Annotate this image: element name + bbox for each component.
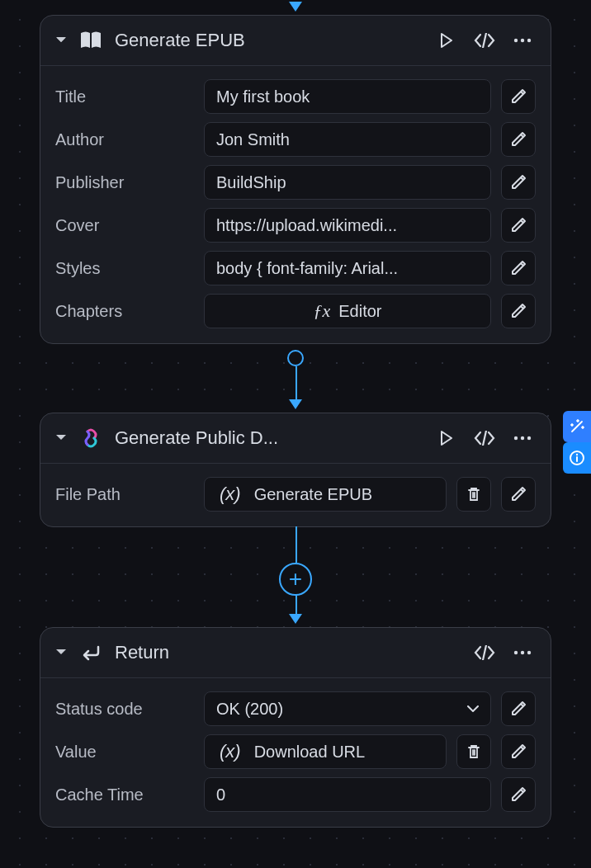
svg-point-7 — [521, 651, 524, 654]
connector-line — [296, 526, 297, 563]
node-header: Generate Public D... — [40, 413, 551, 463]
node-header: Generate EPUB — [40, 16, 551, 65]
connector-arrow-top — [289, 2, 302, 12]
connector-arrow — [289, 614, 302, 624]
field-row-title: Title My first book — [55, 79, 536, 114]
field-row-publisher: Publisher BuildShip — [55, 165, 536, 200]
field-value-styles[interactable]: body { font-family: Arial... — [204, 251, 491, 285]
field-label: Publisher — [55, 173, 194, 192]
run-button[interactable] — [433, 27, 460, 54]
field-label: Title — [55, 87, 194, 106]
collapse-caret[interactable] — [55, 649, 67, 656]
field-row-styles: Styles body { font-family: Arial... — [55, 251, 536, 285]
book-icon — [78, 28, 103, 53]
field-row-author: Author Jon Smith — [55, 122, 536, 157]
connector-handle[interactable] — [287, 350, 304, 366]
variable-icon: (x) — [220, 741, 241, 762]
edit-button[interactable] — [501, 208, 536, 243]
variable-name: Download URL — [254, 743, 366, 762]
return-icon — [78, 640, 103, 665]
node-title: Generate EPUB — [115, 30, 422, 51]
code-button[interactable] — [471, 27, 498, 54]
editor-button[interactable]: ƒx Editor — [204, 294, 491, 328]
side-toolbar — [563, 411, 591, 474]
field-label: Cache Time — [55, 785, 194, 804]
divider — [40, 65, 551, 66]
fx-icon: ƒx — [313, 300, 330, 322]
collapse-caret[interactable] — [55, 435, 67, 441]
edit-button[interactable] — [501, 691, 536, 726]
field-value-cachetime[interactable]: 0 — [204, 777, 491, 812]
field-label: Chapters — [55, 302, 194, 321]
link-icon — [78, 426, 103, 451]
divider — [40, 463, 551, 464]
svg-point-3 — [514, 436, 518, 440]
connector-line — [296, 366, 297, 399]
fields: Status code OK (200) Value (x) Download … — [40, 686, 551, 827]
divider — [40, 677, 551, 678]
delete-button[interactable] — [456, 734, 491, 769]
variable-reference[interactable]: (x) Download URL — [204, 734, 447, 769]
magic-wand-button[interactable] — [563, 411, 591, 442]
svg-point-10 — [576, 454, 578, 455]
field-row-cover: Cover https://upload.wikimedi... — [55, 208, 536, 243]
collapse-caret[interactable] — [55, 37, 67, 44]
svg-point-1 — [521, 39, 524, 42]
field-label: File Path — [55, 485, 194, 504]
status-select[interactable]: OK (200) — [204, 691, 491, 726]
node-header: Return — [40, 628, 551, 677]
svg-point-2 — [527, 39, 531, 42]
field-label: Styles — [55, 259, 194, 278]
fields: Title My first book Author Jon Smith Pub… — [40, 74, 551, 343]
info-button[interactable] — [563, 442, 591, 474]
connector-line — [296, 594, 297, 614]
more-button[interactable] — [509, 425, 536, 451]
edit-button[interactable] — [501, 734, 536, 769]
edit-button[interactable] — [501, 294, 536, 328]
run-button[interactable] — [433, 425, 460, 451]
field-label: Value — [55, 743, 194, 762]
node-generate-public[interactable]: Generate Public D... File Path (x) Gener… — [40, 413, 551, 527]
node-return[interactable]: Return Status code OK (200) Value (x) Do… — [40, 627, 551, 828]
field-value-author[interactable]: Jon Smith — [204, 122, 491, 157]
field-row-chapters: Chapters ƒx Editor — [55, 294, 536, 328]
edit-button[interactable] — [501, 477, 536, 512]
connector-arrow — [289, 399, 302, 409]
edit-button[interactable] — [501, 165, 536, 200]
svg-point-6 — [514, 651, 518, 654]
edit-button[interactable] — [501, 777, 536, 812]
node-title: Generate Public D... — [115, 427, 422, 449]
code-button[interactable] — [471, 639, 498, 666]
select-value: OK (200) — [216, 700, 283, 719]
field-value-publisher[interactable]: BuildShip — [204, 165, 491, 200]
fields: File Path (x) Generate EPUB — [40, 472, 551, 526]
variable-name: Generate EPUB — [254, 485, 372, 504]
svg-point-5 — [527, 436, 531, 440]
more-button[interactable] — [509, 639, 536, 666]
delete-button[interactable] — [456, 477, 491, 512]
edit-button[interactable] — [501, 251, 536, 285]
edit-button[interactable] — [501, 79, 536, 114]
variable-reference[interactable]: (x) Generate EPUB — [204, 477, 447, 512]
svg-point-8 — [527, 651, 531, 654]
variable-icon: (x) — [220, 484, 241, 505]
svg-point-0 — [514, 39, 518, 42]
field-row-cachetime: Cache Time 0 — [55, 777, 536, 812]
add-node-button[interactable]: + — [279, 563, 312, 596]
field-value-title[interactable]: My first book — [204, 79, 491, 114]
field-row-status: Status code OK (200) — [55, 691, 536, 726]
more-button[interactable] — [509, 27, 536, 54]
field-label: Status code — [55, 700, 194, 719]
node-generate-epub[interactable]: Generate EPUB Title My first book Author… — [40, 15, 551, 344]
field-row-value: Value (x) Download URL — [55, 734, 536, 769]
svg-point-4 — [521, 436, 524, 440]
editor-label: Editor — [338, 302, 381, 321]
code-button[interactable] — [471, 425, 498, 451]
field-row-filepath: File Path (x) Generate EPUB — [55, 477, 536, 512]
edit-button[interactable] — [501, 122, 536, 157]
node-title: Return — [115, 642, 460, 663]
chevron-down-icon — [467, 705, 479, 712]
field-label: Author — [55, 130, 194, 149]
field-label: Cover — [55, 216, 194, 235]
field-value-cover[interactable]: https://upload.wikimedi... — [204, 208, 491, 243]
